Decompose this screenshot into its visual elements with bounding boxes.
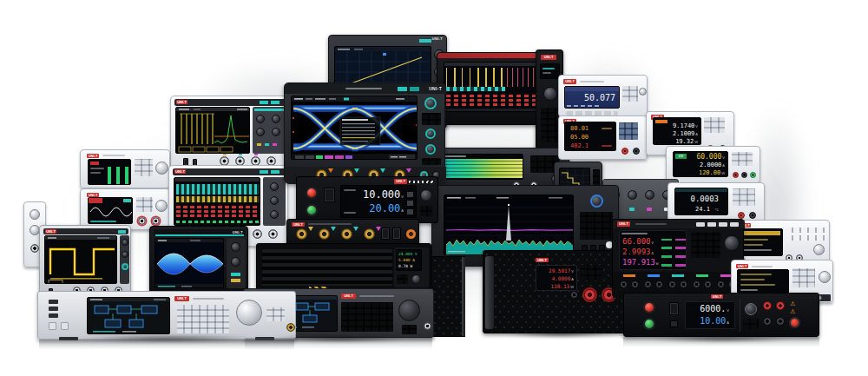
text-line: [740, 284, 775, 286]
volts: 60.000: [696, 154, 721, 162]
knob: [424, 97, 437, 109]
knob: [639, 88, 647, 96]
top-bezel: UNI-T: [174, 99, 286, 106]
rf-output-bnc: [286, 323, 295, 332]
display-header: [565, 87, 620, 91]
instrument-scope-square-wave: UNI-T: [39, 225, 131, 298]
amps: 2.9993A: [622, 247, 654, 256]
watts: 118.13: [551, 284, 570, 289]
channel-dot-teal: [265, 143, 269, 146]
knob: [425, 129, 436, 139]
display-header: [675, 188, 728, 192]
aux-text: [602, 145, 612, 147]
gold-bnc-connector: [319, 228, 330, 240]
channel-button-magenta: [647, 208, 652, 211]
chassis-honeycomb-side: [431, 256, 465, 337]
knob: [272, 128, 280, 136]
square-button: [61, 322, 69, 330]
instrument-dmm-main: UNI-T 50.077: [558, 75, 648, 117]
spectrogram-screen: [437, 154, 523, 180]
button-grid: [422, 113, 441, 125]
pink-trace: [507, 68, 538, 87]
knob: [122, 239, 128, 246]
dmm-display: 50.077: [564, 86, 620, 109]
knob: [256, 128, 265, 136]
brand-logo: UNI-T: [541, 55, 556, 60]
scope-screen: [444, 62, 539, 112]
output-bnc: [138, 217, 146, 225]
accent-chip: [260, 101, 268, 104]
load-amps: 5.040 A: [398, 258, 415, 262]
divider: [740, 299, 740, 332]
brand-logo: UNI-T: [176, 100, 187, 104]
control-panel: [263, 177, 286, 226]
channel-arrow-teal: [354, 168, 359, 173]
instrument-spectrogram-analyzer: [429, 148, 569, 188]
psu-display: 10.000V 20.00A: [340, 185, 417, 218]
input-terminal-black: [633, 148, 640, 155]
channel-dot-magenta: [273, 143, 277, 146]
header-strip: UNI-T: [613, 220, 745, 228]
accent-button: [231, 273, 240, 276]
instrument-vented-rack-load: 24.000 V 5.040 A 0.78 W: [256, 243, 431, 290]
yellow-band: [176, 196, 260, 202]
load-watts: 0.78 W: [398, 264, 412, 268]
scope-screen: [175, 107, 250, 154]
main-knob: [155, 200, 168, 212]
keypad: [581, 265, 602, 280]
output-terminal-red: [733, 172, 739, 178]
keypad: [704, 117, 725, 133]
bnc-connector: [30, 244, 39, 253]
highlight-bar: [742, 231, 780, 235]
text-line: [542, 72, 551, 74]
output-jack: [620, 280, 628, 288]
brand-logo: UNI-T: [736, 264, 748, 268]
gold-bnc-connector: [364, 228, 375, 240]
button-grid: [422, 158, 441, 165]
knob: [30, 209, 40, 220]
terminal-black: [749, 212, 756, 219]
instrument-mso-white-1: UNI-T: [170, 96, 288, 170]
main-knob: [236, 300, 262, 326]
toggle-switch: [670, 320, 678, 327]
instrument-psu-multichannel: UNI-T 66.000V 2.9993A 197.913W: [612, 219, 744, 297]
keypad: [691, 232, 720, 258]
channel-marker-yellow: [223, 154, 227, 155]
main-knob: [398, 300, 420, 321]
digital-row: [446, 99, 538, 102]
channel-arrow-teal: [380, 168, 385, 173]
text-line: [740, 289, 758, 291]
accent-bar: [254, 109, 284, 111]
load-control-section: 24.000 V 5.040 A 0.78 W: [394, 247, 429, 287]
channel-arrow-yellow: [308, 227, 313, 231]
channel-tick-teal: [672, 274, 684, 277]
instrument-smu: 0.0003 24.1 °C: [667, 182, 765, 222]
main-knob: [819, 271, 831, 283]
usb-port: [392, 228, 401, 240]
watts: 120.00: [699, 170, 720, 177]
load-volts: 24.000 V: [398, 252, 418, 256]
output-jack: [680, 280, 687, 288]
main-knob: [813, 244, 825, 255]
amps: 2.1009: [673, 131, 694, 138]
keypad: [792, 268, 815, 287]
top-bezel: UNI-T: [173, 168, 286, 175]
button-grid: [397, 274, 408, 284]
bnc-connector: [268, 229, 278, 239]
port-block: [49, 300, 58, 304]
digital-row: [446, 103, 538, 106]
button-grid: [541, 108, 560, 142]
brand-logo: UNI-T: [536, 258, 549, 262]
volts: 6000.: [700, 305, 726, 314]
header-text: [621, 233, 648, 234]
rf-output-bnc: [424, 322, 431, 330]
output-jack: [693, 280, 700, 288]
channel-marker-pink: [254, 154, 258, 155]
output-jack: [655, 280, 663, 288]
amps: 10.00: [700, 317, 726, 327]
menu-button: [696, 222, 705, 227]
control-panel: [227, 238, 246, 288]
teal-band: [176, 184, 260, 195]
psu-display: 29.5017V 4.0000A 118.13W: [536, 265, 577, 291]
channel-dot-yellow: [257, 143, 261, 146]
